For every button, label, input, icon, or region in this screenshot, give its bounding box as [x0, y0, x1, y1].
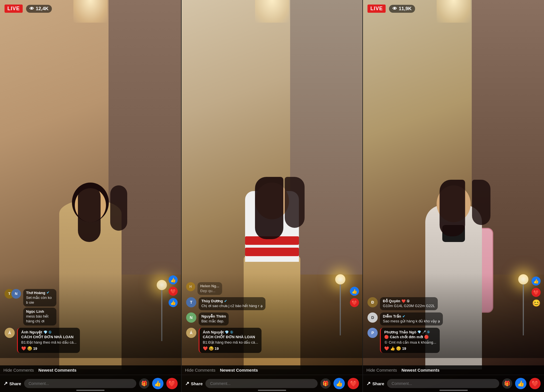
pinned-avatar-2: Á	[186, 328, 196, 338]
top-overlay-3: LIVE 👁 11,9K	[363, 0, 544, 17]
comment-username-2-1: Thùy Dương ✔	[201, 299, 263, 303]
comment-username-3-1: Đỗ Quyên ❤️ ①	[383, 299, 435, 303]
love-reaction-3: ❤️	[532, 288, 541, 297]
share-icon-1: ↗	[3, 380, 8, 387]
hide-comments-btn-3[interactable]: Hide Comments	[366, 368, 397, 372]
like-reaction-2: 👍	[350, 287, 359, 296]
avatar-3-2: D	[367, 312, 378, 323]
share-btn-1[interactable]: ↗ Share	[3, 380, 21, 387]
comment-bubble-2-1: Thùy Dương ✔ Chị ơi sao chưa j c2 báo hế…	[199, 297, 265, 310]
comments-overlay-2: H Helen Ng... Đẹp qu... T Thùy Dương ✔ C…	[182, 282, 363, 355]
newest-comments-btn-3[interactable]: Newest Comments	[401, 368, 439, 372]
love-reaction-2: ❤️	[350, 298, 359, 307]
viewer-count-text-1: 12,4K	[36, 6, 48, 12]
love-reaction-1: ❤️	[169, 287, 178, 296]
pinned-text-3: 🔴 Cách chốt đơn mới 🔴	[384, 335, 436, 340]
stream-panel-1: LIVE 👁 12,4K 👍 ❤️ 👍 T N	[0, 0, 181, 392]
like-btn-2[interactable]: 👍	[333, 378, 345, 389]
comment-username-3-2: Diễm Trần ✔	[383, 314, 440, 318]
pinned-avatar-3: P	[367, 328, 378, 338]
comment-input-2[interactable]	[205, 379, 318, 388]
comment-bubble-2-2: Nguyễn Thiên Bác mắc đẹp.	[199, 312, 229, 325]
like-reaction-1: 👍	[169, 275, 178, 284]
top-overlay-1: LIVE 👁 12,4K	[0, 0, 181, 17]
scroll-bar-2	[258, 390, 286, 391]
comment-item-1-1: T N Thơ Hoàng ✔ Set mắc còn ko b oie Ngọ…	[5, 289, 177, 326]
eye-icon-3: 👁	[392, 6, 397, 11]
like-reaction-1b: 👍	[169, 298, 178, 307]
gift-btn-3[interactable]: 🎁	[502, 378, 512, 389]
comments-overlay-3: Đ Đỗ Quyên ❤️ ① G10m G14L G20M G22m G22L…	[363, 297, 544, 355]
scroll-bar-1	[76, 390, 105, 391]
comment-bubble-1-2: Ngọc Linh mess báo hết hàng chị ơi	[23, 308, 56, 325]
newest-comments-btn-1[interactable]: Newest Comments	[39, 368, 76, 372]
bottom-bar-3: Hide Comments Newest Comments ↗ Share 🎁 …	[363, 365, 544, 392]
comment-controls-2[interactable]: Hide Comments Newest Comments	[182, 365, 363, 375]
love-btn-1[interactable]: ❤️	[166, 378, 178, 389]
pinned-avatar-1: Á	[5, 328, 15, 338]
pinned-comment-2: Á Ánh Nguyệt 💎 ① CÁCH CHỐT ĐƠN NHÀ LOAN …	[186, 328, 358, 353]
like-btn-1[interactable]: 👍	[152, 378, 163, 389]
gift-btn-2[interactable]: 🎁	[320, 378, 331, 389]
reactions-panel-3: 👍 ❤️ 😊	[532, 277, 541, 307]
comment-controls-3[interactable]: Hide Comments Newest Comments	[363, 365, 544, 375]
comment-bubble-3-2: Diễm Trần ✔ Sao mess gửi hàng k đủ kho v…	[380, 312, 443, 325]
hide-comments-btn-1[interactable]: Hide Comments	[3, 368, 34, 372]
gift-btn-1[interactable]: 🎁	[139, 378, 149, 389]
like-btn-3[interactable]: 👍	[515, 378, 526, 389]
newest-comments-btn-2[interactable]: Newest Comments	[220, 368, 258, 372]
stream-panel-3: LIVE 👁 11,9K 👍 ❤️ 😊 Đ Đỗ Quyên ❤️ ①	[362, 0, 544, 392]
comment-bubble-3-1: Đỗ Quyên ❤️ ① G10m G14L G20M G22m G22L	[380, 297, 438, 310]
viewer-count-1: 👁 12,4K	[26, 5, 52, 13]
share-btn-2[interactable]: ↗ Share	[185, 380, 203, 387]
comment-text-3-1: G10m G14L G20M G22m G22L	[383, 304, 435, 309]
love-btn-2[interactable]: ❤️	[348, 378, 359, 389]
reactions-panel-1: 👍 ❤️ 👍	[169, 275, 178, 307]
viewer-count-3: 👁 11,9K	[389, 5, 415, 13]
comments-overlay-1: T N Thơ Hoàng ✔ Set mắc còn ko b oie Ngọ…	[0, 289, 181, 355]
action-bar-1: ↗ Share 🎁 👍 ❤️	[0, 375, 181, 392]
ceiling-light-2	[255, 0, 289, 23]
share-icon-2: ↗	[185, 380, 189, 387]
comment-input-3[interactable]	[387, 379, 499, 388]
haha-reaction-3: 😊	[532, 299, 541, 307]
avatar-2-1: T	[186, 297, 196, 307]
reactions-panel-2: 👍 ❤️	[350, 287, 359, 307]
live-badge-3: LIVE	[367, 5, 386, 13]
comment-item-3-2: D Diễm Trần ✔ Sao mess gửi hàng k đủ kho…	[367, 312, 539, 325]
avatar-2-2: N	[186, 312, 196, 323]
comment-text-2-1: Chị ơi sao chưa j c2 báo hết hàng r ạ	[201, 304, 263, 309]
share-btn-3[interactable]: ↗ Share	[366, 380, 384, 387]
like-reaction-3: 👍	[532, 277, 541, 286]
pinned-reactions-1: ❤️ 😆 19	[21, 346, 76, 351]
action-bar-2: ↗ Share 🎁 👍 ❤️	[182, 375, 363, 392]
love-btn-3[interactable]: ❤️	[529, 378, 541, 389]
pinned-text-2: CÁCH CHỐT ĐƠN NHÀ LOAN	[203, 335, 258, 340]
pinned-comment-3: P Phương Thảo Ngô 💎 🎤 ① 🔴 Cách chốt đơn …	[367, 328, 539, 353]
share-label-2: Share	[191, 381, 203, 386]
comment-text-3-2: Sao mess gửi hàng k đủ kho vậy ạ	[383, 319, 440, 324]
scroll-bar-3	[439, 390, 468, 391]
share-label-1: Share	[9, 381, 21, 386]
comment-text-1-2: mess báo hết hàng chị ơi	[26, 314, 54, 324]
action-bar-3: ↗ Share 🎁 👍 ❤️	[363, 375, 544, 392]
avatar-2-0: H	[186, 282, 195, 291]
comment-controls-1[interactable]: Hide Comments Newest Comments	[0, 365, 181, 375]
pinned-subtext-1: B1:Đặt hàng theo mã ko dấu cá...	[21, 340, 76, 345]
hide-comments-btn-2[interactable]: Hide Comments	[185, 368, 216, 372]
comment-bubble-1-1: Thơ Hoàng ✔ Set mắc còn ko b oie	[23, 289, 56, 307]
comment-username-1-2: Ngọc Linh	[26, 309, 54, 314]
pinned-reactions-2: ❤️ 😆 19	[203, 346, 258, 351]
comment-username-2-2: Nguyễn Thiên	[201, 314, 226, 318]
avatar-1-1b: N	[11, 289, 21, 299]
comment-text-2-2: Bác mắc đẹp.	[201, 319, 226, 324]
avatar-3-1: Đ	[367, 297, 378, 307]
pinned-bubble-3: Phương Thảo Ngô 💎 🎤 ① 🔴 Cách chốt đơn mớ…	[380, 328, 439, 353]
pinned-username-2: Ánh Nguyệt 💎 ①	[203, 330, 258, 334]
pinned-username-3: Phương Thảo Ngô 💎 🎤 ①	[384, 330, 436, 334]
live-badge-1: LIVE	[5, 5, 23, 13]
pinned-subtext-2: B1:Đặt hàng theo mã ko dấu cá...	[203, 340, 258, 345]
bottom-bar-2: Hide Comments Newest Comments ↗ Share 🎁 …	[182, 365, 363, 392]
comment-username-1-1: Thơ Hoàng ✔	[26, 291, 54, 295]
comment-input-1[interactable]	[24, 379, 136, 388]
